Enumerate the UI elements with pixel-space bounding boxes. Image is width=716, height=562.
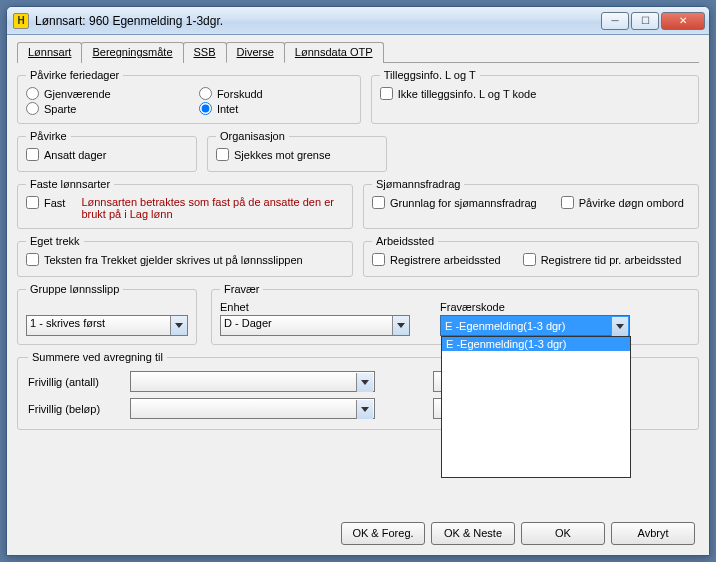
check-fast[interactable]: Fast [26,196,65,209]
close-button[interactable]: ✕ [661,12,705,30]
window-title: Lønnsart: 960 Egenmelding 1-3dgr. [35,14,601,28]
group-organisasjon: Organisasjon Sjekkes mot grense [207,130,387,172]
titlebar: H Lønnsart: 960 Egenmelding 1-3dgr. ─ ☐ … [7,7,709,35]
option-egenmelding[interactable]: E -Egenmelding(1-3 dgr) [442,337,630,351]
group-fravar: Fravær Enhet D - Dager Fraværskode E -Eg… [211,283,699,345]
app-window: H Lønnsart: 960 Egenmelding 1-3dgr. ─ ☐ … [6,6,710,556]
group-gruppe-lonnsslipp: Gruppe lønnsslipp 1 - skrives først [17,283,197,345]
chevron-down-icon [611,317,628,336]
check-pavirke-dogn[interactable]: Påvirke døgn ombord [561,196,684,209]
legend-pavirke: Påvirke [26,130,71,142]
tab-beregningsmate[interactable]: Beregningsmåte [81,42,183,63]
check-registrere-arbeidssted[interactable]: Registrere arbeidssted [372,253,501,266]
combo-gruppe-lonnsslipp[interactable]: 1 - skrives først [26,315,188,336]
option-p3[interactable]: P3 -Skoft [442,449,630,463]
combo-frivillig-antall[interactable] [130,371,375,392]
legend-arbeidssted: Arbeidssted [372,235,438,247]
option-o[interactable]: O -Svangerskap/Fødsel/omsorg [442,407,630,421]
option-s1[interactable]: S1 -Sykemelding(1-3 dgr) [442,351,630,365]
option-p2[interactable]: P2 -Ulønnet permisjon [442,435,630,449]
label-frivillig-antall: Frivillig (antall) [28,376,118,388]
label-fravaerskode: Fraværskode [440,301,690,313]
check-registrere-tid-pr[interactable]: Registrere tid pr. arbeidssted [523,253,682,266]
group-arbeidssted: Arbeidssted Registrere arbeidssted Regis… [363,235,699,277]
chevron-down-icon [170,316,187,335]
label-enhet: Enhet [220,301,410,313]
option-s3[interactable]: S3 -Sykemelding > 16 dager [442,379,630,393]
ok-button[interactable]: OK [521,522,605,545]
tabstrip: Lønnsart Beregningsmåte SSB Diverse Lønn… [17,41,699,63]
client-area: Lønnsart Beregningsmåte SSB Diverse Lønn… [7,35,709,555]
dialog-buttons: OK & Foreg. OK & Neste OK Avbryt [341,522,695,545]
legend-faste: Faste lønnsarter [26,178,114,190]
tab-diverse[interactable]: Diverse [226,42,285,63]
option-s2[interactable]: S2 -Sykemelding(4-16 dgr) [442,365,630,379]
group-faste-lonnsarter: Faste lønnsarter Fast Lønnsarten betrakt… [17,178,353,229]
legend-fravar: Fravær [220,283,263,295]
radio-sparte[interactable]: Sparte [26,102,179,115]
cancel-button[interactable]: Avbryt [611,522,695,545]
check-sjekkes-grense[interactable]: Sjekkes mot grense [216,148,331,161]
radio-forskudd[interactable]: Forskudd [199,87,352,100]
legend-tilleggsinfo: Tilleggsinfo. L og T [380,69,480,81]
legend-summere: Summere ved avregning til [28,351,167,363]
option-f[interactable]: F -Ferie [442,463,630,477]
tab-ssb[interactable]: SSB [183,42,227,63]
radio-intet[interactable]: Intet [199,102,352,115]
label-frivillig-belop: Frivillig (beløp) [28,403,118,415]
minimize-button[interactable]: ─ [601,12,629,30]
tab-lonnsart[interactable]: Lønnsart [17,42,82,63]
option-b[interactable]: B -Barns sykdom [442,393,630,407]
combo-frivillig-belop[interactable] [130,398,375,419]
group-eget-trekk: Eget trekk Teksten fra Trekket gjelder s… [17,235,353,277]
maximize-button[interactable]: ☐ [631,12,659,30]
tab-lonnsdata-otp[interactable]: Lønnsdata OTP [284,42,384,63]
check-grunnlag-sjomann[interactable]: Grunnlag for sjømannsfradrag [372,196,537,209]
ok-next-button[interactable]: OK & Neste [431,522,515,545]
option-p1[interactable]: P1 -Lønnet permisjon [442,421,630,435]
app-icon: H [13,13,29,29]
check-tekst-trekket[interactable]: Teksten fra Trekket gjelder skrives ut p… [26,253,303,266]
legend-gruppe: Gruppe lønnsslipp [26,283,123,295]
legend-sjomann: Sjømannsfradrag [372,178,464,190]
radio-gjenvaerende[interactable]: Gjenværende [26,87,179,100]
group-pavirke: Påvirke Ansatt dager [17,130,197,172]
group-pavirke-feriedager: Påvirke feriedager Gjenværende Forskudd … [17,69,361,124]
check-ikke-tilleggsinfo[interactable]: Ikke tilleggsinfo. L og T kode [380,87,537,100]
ok-prev-button[interactable]: OK & Foreg. [341,522,425,545]
legend-pavirke-feriedager: Påvirke feriedager [26,69,123,81]
faste-note: Lønnsarten betraktes som fast på de ansa… [81,196,344,220]
dropdown-fravaerskode: E -Egenmelding(1-3 dgr) S1 -Sykemelding(… [441,336,631,478]
chevron-down-icon [392,316,409,335]
chevron-down-icon [356,400,373,419]
chevron-down-icon [356,373,373,392]
legend-organisasjon: Organisasjon [216,130,289,142]
group-sjomannsfradrag: Sjømannsfradrag Grunnlag for sjømannsfra… [363,178,699,229]
group-tilleggsinfo: Tilleggsinfo. L og T Ikke tilleggsinfo. … [371,69,699,124]
combo-enhet[interactable]: D - Dager [220,315,410,336]
combo-fravaerskode[interactable]: E -Egenmelding(1-3 dgr) E -Egenmelding(1… [440,315,630,336]
legend-eget-trekk: Eget trekk [26,235,84,247]
check-ansatt-dager[interactable]: Ansatt dager [26,148,106,161]
